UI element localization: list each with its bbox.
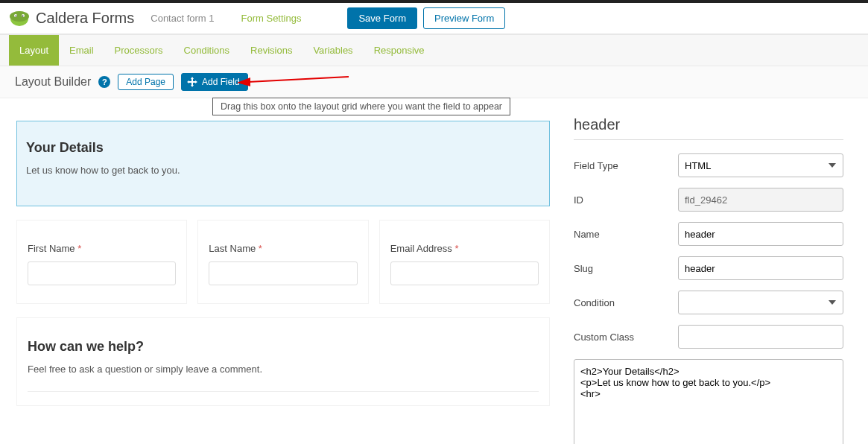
name-input[interactable] bbox=[678, 222, 843, 246]
email-input[interactable] bbox=[390, 261, 539, 285]
row-name: Name bbox=[574, 222, 843, 246]
email-label: Email Address * bbox=[390, 243, 539, 254]
last-name-label: Last Name * bbox=[209, 243, 357, 254]
svg-point-1 bbox=[10, 11, 29, 22]
label-condition: Condition bbox=[574, 297, 678, 308]
tab-email[interactable]: Email bbox=[59, 35, 104, 66]
row-id: ID bbox=[574, 188, 843, 212]
field-block-header[interactable]: Your Details Let us know how to get back… bbox=[16, 121, 550, 206]
first-name-input[interactable] bbox=[28, 261, 176, 285]
label-id: ID bbox=[574, 194, 678, 206]
field-block-section2[interactable]: How can we help? Feel free to ask a ques… bbox=[16, 317, 550, 406]
add-field-label: Add Field bbox=[202, 77, 240, 87]
header-desc: Let us know how to get back to you. bbox=[26, 165, 540, 176]
svg-point-5 bbox=[22, 15, 24, 16]
section2-desc: Feel free to ask a question or simply le… bbox=[28, 364, 539, 375]
form-tab[interactable]: Contact form 1 bbox=[140, 8, 224, 28]
row-field-type: Field Type HTML bbox=[574, 153, 843, 177]
row-condition: Condition bbox=[574, 291, 843, 314]
save-form-button[interactable]: Save Form bbox=[347, 7, 417, 29]
panel-title: header bbox=[574, 116, 843, 140]
editor-tabs: Layout Email Processors Conditions Revis… bbox=[0, 34, 868, 66]
label-field-type: Field Type bbox=[574, 160, 678, 171]
tab-revisions[interactable]: Revisions bbox=[240, 35, 302, 66]
divider bbox=[28, 391, 539, 392]
label-name: Name bbox=[574, 229, 678, 240]
label-slug: Slug bbox=[574, 263, 678, 274]
builder-toolbar: Layout Builder ? Add Page Add Field bbox=[0, 66, 868, 98]
custom-class-input[interactable] bbox=[678, 325, 843, 349]
annotation-arrow-icon bbox=[237, 74, 349, 88]
builder-title: Layout Builder bbox=[15, 75, 91, 89]
settings-tab[interactable]: Form Settings bbox=[231, 8, 312, 28]
svg-line-6 bbox=[248, 77, 349, 82]
content-textarea[interactable] bbox=[574, 359, 843, 444]
last-name-input[interactable] bbox=[209, 261, 357, 285]
label-custom-class: Custom Class bbox=[574, 332, 678, 343]
field-block-email[interactable]: Email Address * bbox=[379, 220, 550, 304]
tab-layout[interactable]: Layout bbox=[9, 35, 59, 66]
row-custom-class: Custom Class bbox=[574, 325, 843, 349]
section2-title: How can we help? bbox=[28, 339, 539, 355]
field-type-select[interactable]: HTML bbox=[678, 153, 843, 177]
condition-select[interactable] bbox=[678, 291, 843, 314]
preview-form-button[interactable]: Preview Form bbox=[423, 7, 505, 29]
layout-canvas: Your Details Let us know how to get back… bbox=[0, 98, 566, 444]
svg-point-4 bbox=[16, 15, 17, 16]
field-block-first-name[interactable]: First Name * bbox=[16, 220, 187, 304]
tab-conditions[interactable]: Conditions bbox=[174, 35, 240, 66]
logo-icon bbox=[9, 8, 30, 29]
tab-responsive[interactable]: Responsive bbox=[364, 35, 435, 66]
add-page-button[interactable]: Add Page bbox=[118, 74, 174, 90]
add-field-button[interactable]: Add Field bbox=[181, 73, 248, 91]
help-icon[interactable]: ? bbox=[98, 76, 110, 88]
first-name-label: First Name * bbox=[28, 243, 176, 254]
app-header: Caldera Forms Contact form 1 Form Settin… bbox=[0, 3, 868, 34]
brand-name: Caldera Forms bbox=[36, 10, 134, 27]
add-field-tooltip: Drag this box onto the layout grid where… bbox=[212, 98, 510, 115]
id-input bbox=[678, 188, 843, 212]
main-content: Your Details Let us know how to get back… bbox=[0, 98, 868, 444]
tab-processors[interactable]: Processors bbox=[104, 35, 174, 66]
field-row: First Name * Last Name * Email Address * bbox=[16, 220, 550, 304]
move-icon bbox=[186, 76, 198, 88]
field-settings-panel: header Field Type HTML ID Name Slug Cond… bbox=[566, 98, 864, 444]
header-title: Your Details bbox=[26, 140, 540, 156]
tab-variables[interactable]: Variables bbox=[302, 35, 363, 66]
field-block-last-name[interactable]: Last Name * bbox=[197, 220, 368, 304]
slug-input[interactable] bbox=[678, 256, 843, 280]
row-slug: Slug bbox=[574, 256, 843, 280]
